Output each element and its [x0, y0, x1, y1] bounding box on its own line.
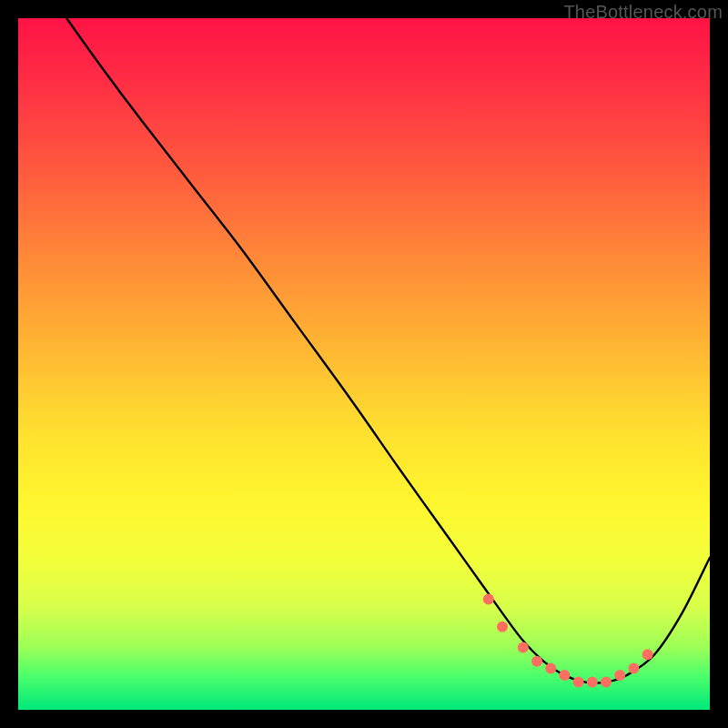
marker-dot	[628, 662, 639, 673]
marker-dot	[573, 677, 584, 688]
curve-layer	[18, 18, 710, 710]
watermark-text: TheBottleneck.com	[563, 2, 723, 23]
highlighted-points	[483, 593, 653, 687]
marker-dot	[614, 670, 625, 681]
marker-dot	[587, 677, 598, 688]
marker-dot	[497, 622, 508, 632]
chart-frame: TheBottleneck.com	[0, 0, 728, 728]
plot-area	[18, 18, 710, 710]
bottleneck-curve	[66, 18, 710, 683]
marker-dot	[531, 656, 542, 667]
marker-dot	[601, 677, 612, 688]
marker-dot	[559, 670, 570, 681]
marker-dot	[545, 662, 556, 673]
marker-dot	[483, 593, 494, 604]
marker-dot	[642, 649, 653, 660]
marker-dot	[518, 642, 529, 653]
